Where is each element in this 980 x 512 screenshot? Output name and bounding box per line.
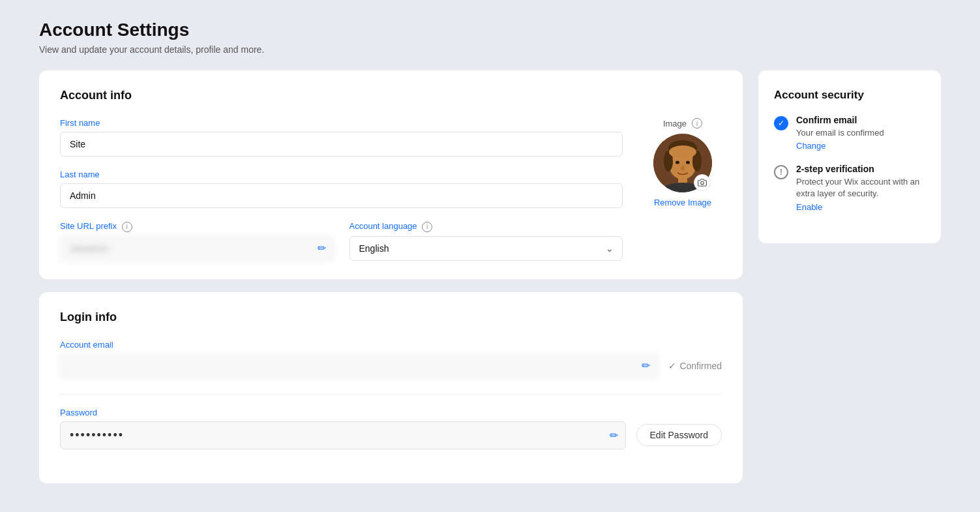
account-language-select[interactable]: English French Spanish German: [349, 236, 623, 261]
account-email-input[interactable]: [60, 354, 658, 378]
account-info-card: Account info First name Last name S: [39, 70, 743, 279]
two-step-description: Protect your Wix account with an extra l…: [796, 176, 925, 200]
confirmed-label: Confirmed: [679, 361, 722, 371]
password-group: Password ✏ Edit Password: [60, 408, 722, 449]
form-fields: First name Last name Site URL prefix i: [60, 118, 623, 261]
account-security-card: Account security ✓ Confirm email Your em…: [758, 70, 941, 243]
confirmed-badge: ✓ Confirmed: [668, 361, 722, 371]
account-email-row: ✏ ✓ Confirmed: [60, 354, 722, 378]
side-column: Account security ✓ Confirm email Your em…: [758, 70, 941, 243]
account-info-title: Account info: [60, 89, 722, 102]
password-input-wrap: ✏: [60, 421, 626, 449]
confirm-email-description: Your email is confirmed: [796, 127, 884, 139]
confirm-email-content: Confirm email Your email is confirmed Ch…: [796, 115, 884, 151]
remove-image-button[interactable]: Remove Image: [654, 198, 711, 207]
first-name-field-group: First name: [60, 118, 623, 157]
main-layout: Account info First name Last name S: [39, 70, 941, 483]
two-step-title: 2-step verification: [796, 164, 925, 174]
two-step-content: 2-step verification Protect your Wix acc…: [796, 164, 925, 211]
confirmed-check-icon: ✓: [668, 361, 676, 371]
image-info-icon[interactable]: i: [692, 118, 702, 128]
login-info-card: Login info Account email ✏ ✓ Confirmed P…: [39, 292, 743, 483]
edit-password-button[interactable]: Edit Password: [636, 424, 722, 446]
main-column: Account info First name Last name S: [39, 70, 743, 483]
image-label: Image i: [663, 118, 702, 128]
password-input[interactable]: [60, 421, 626, 449]
image-section: Image i: [644, 118, 722, 261]
page-subtitle: View and update your account details, pr…: [39, 44, 941, 55]
divider: [60, 394, 722, 395]
account-email-group: Account email ✏ ✓ Confirmed: [60, 340, 722, 378]
account-email-input-wrap: ✏: [60, 354, 658, 378]
site-url-field: Site URL prefix i ✏: [60, 221, 334, 261]
password-label: Password: [60, 408, 722, 417]
row-fields: Site URL prefix i ✏ Account language: [60, 221, 623, 261]
site-url-input[interactable]: [60, 236, 334, 261]
two-step-item: ! 2-step verification Protect your Wix a…: [774, 164, 925, 211]
confirm-email-item: ✓ Confirm email Your email is confirmed …: [774, 115, 925, 151]
svg-point-6: [676, 161, 679, 164]
site-url-label: Site URL prefix i: [60, 221, 334, 232]
login-info-title: Login info: [60, 310, 722, 324]
account-security-title: Account security: [774, 89, 925, 102]
svg-point-8: [681, 166, 685, 171]
last-name-input[interactable]: [60, 183, 623, 208]
two-step-enable-link[interactable]: Enable: [796, 202, 925, 212]
site-url-input-wrap: ✏: [60, 236, 334, 261]
site-url-info-icon[interactable]: i: [122, 222, 132, 232]
svg-point-5: [669, 145, 696, 158]
account-language-select-wrap: English French Spanish German ⌄: [349, 236, 623, 261]
confirm-email-change-link[interactable]: Change: [796, 141, 884, 151]
svg-point-7: [686, 161, 690, 164]
password-row: ✏ Edit Password: [60, 421, 722, 449]
first-name-input[interactable]: [60, 132, 623, 157]
camera-button[interactable]: [694, 174, 711, 191]
two-step-warn-icon: !: [774, 165, 788, 179]
account-language-info-icon[interactable]: i: [422, 222, 432, 232]
confirm-email-title: Confirm email: [796, 115, 884, 125]
account-language-label: Account language i: [349, 221, 623, 232]
last-name-field-group: Last name: [60, 170, 623, 208]
first-name-label: First name: [60, 118, 623, 128]
avatar-wrap: [653, 134, 712, 192]
svg-point-11: [701, 181, 704, 185]
site-url-edit-icon[interactable]: ✏: [318, 242, 326, 254]
confirm-email-check-icon: ✓: [774, 116, 788, 130]
account-language-field: Account language i English French Spanis…: [349, 221, 623, 261]
password-edit-icon[interactable]: ✏: [610, 429, 618, 442]
account-email-edit-icon[interactable]: ✏: [642, 359, 650, 372]
last-name-label: Last name: [60, 170, 623, 179]
camera-icon: [698, 178, 707, 187]
account-info-form: First name Last name Site URL prefix i: [60, 118, 722, 261]
account-email-label: Account email: [60, 340, 722, 350]
page-title: Account Settings: [39, 20, 941, 40]
